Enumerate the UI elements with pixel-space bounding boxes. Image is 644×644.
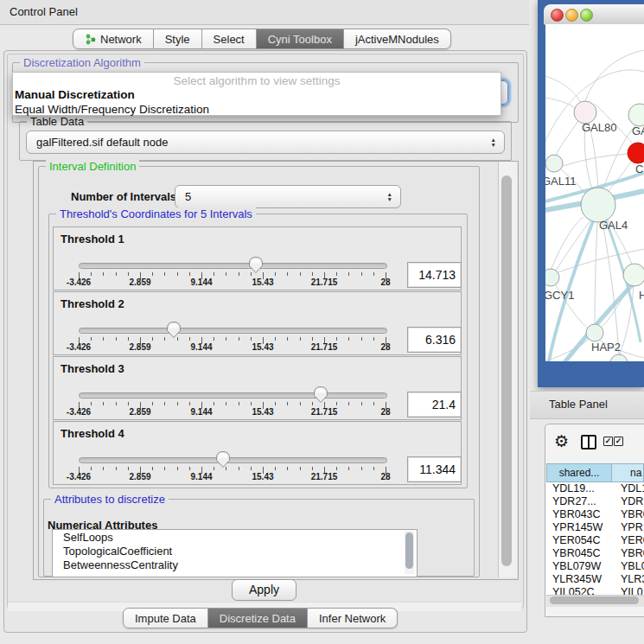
threshold-value-field[interactable]: 6.316 (407, 327, 462, 353)
tick-label: -3.426 (67, 277, 91, 287)
svg-text:GAL11: GAL11 (545, 175, 577, 188)
cell-name: YBR0 (618, 508, 644, 521)
tab-label: Select (214, 33, 245, 46)
svg-text:GCY1: GCY1 (545, 289, 574, 302)
cell-shared-name: YDL19... (546, 482, 618, 495)
slider-thumb[interactable] (165, 320, 182, 339)
table-row[interactable]: YBR045CYBR0 (546, 547, 644, 560)
cell-name: YBR0 (618, 547, 644, 560)
cell-name: YDL1 (618, 482, 644, 495)
checkbox-icon[interactable]: ✓ (603, 437, 613, 446)
control-panel-titlebar (0, 0, 529, 25)
network-canvas[interactable]: GAL80GACGAL11GAL4GCY1HHAP2 (545, 24, 644, 361)
slider-ticks (79, 272, 386, 280)
svg-text:C: C (635, 163, 643, 175)
network-icon (85, 34, 96, 45)
tick-label: 15.43 (252, 277, 273, 287)
tab-label: Infer Network (319, 612, 386, 625)
tick-label: 28 (380, 277, 390, 287)
table-panel-title: Table Panel (549, 398, 608, 411)
tab-jactivemnodules[interactable]: jActiveMNodules (344, 29, 451, 49)
table-row[interactable]: YDR27...YDR2 (546, 495, 644, 508)
cell-shared-name: YER054C (546, 534, 618, 547)
table-data-value: galFiltered.sif default node (27, 131, 504, 153)
threshold-value-field[interactable]: 11.344 (407, 456, 462, 482)
discretization-algorithm-label: Discretization Algorithm (20, 56, 144, 69)
threshold-panel-4: Threshold 4-3.4262.8599.14415.4321.71528… (53, 421, 462, 485)
svg-text:GA: GA (632, 124, 644, 137)
slider-track[interactable] (79, 457, 387, 463)
close-traffic-light-icon[interactable] (551, 9, 564, 22)
cell-name: YPR1 (618, 521, 644, 534)
number-of-intervals-value: 5 (175, 186, 400, 207)
tab-cyni-toolbox[interactable]: Cyni Toolbox (257, 29, 344, 49)
slider-track[interactable] (79, 263, 387, 269)
tick-label: -3.426 (67, 407, 91, 417)
table-row[interactable]: YBR043CYBR0 (546, 508, 644, 521)
column-header-name[interactable]: na (612, 463, 644, 482)
tick-label: -3.426 (67, 342, 91, 352)
table-data-combobox[interactable]: galFiltered.sif default node ▲▼ (26, 131, 505, 154)
tick-label: 28 (380, 407, 390, 417)
popup-item-manual-discretization[interactable]: Manual Discretization (13, 87, 501, 102)
table-row[interactable]: YER054CYER0 (546, 534, 644, 547)
svg-text:GAL4: GAL4 (599, 219, 628, 232)
numerical-attributes-list[interactable]: SelfLoopsTopologicalCoefficientBetweenne… (52, 529, 418, 577)
tab-label: Style (165, 33, 190, 46)
table-row[interactable]: YPR145WYPR1 (546, 521, 644, 534)
attribute-item-topologicalcoefficient[interactable]: TopologicalCoefficient (53, 544, 417, 558)
tab-label: Network (100, 33, 142, 46)
tick-label: -3.426 (67, 472, 91, 481)
tab-infer-network[interactable]: Infer Network (308, 608, 398, 628)
slider-thumb[interactable] (247, 255, 265, 274)
slider-track[interactable] (79, 328, 387, 334)
cell-name: YLR3 (618, 573, 644, 586)
column-view-icon[interactable] (581, 435, 596, 450)
tick-label: 21.715 (311, 277, 338, 287)
minimize-traffic-light-icon[interactable] (565, 9, 578, 22)
tab-impute-data[interactable]: Impute Data (123, 608, 208, 628)
zoom-traffic-light-icon[interactable] (580, 9, 593, 22)
tab-network[interactable]: Network (73, 29, 154, 49)
tick-label: 15.43 (252, 407, 273, 417)
tab-select[interactable]: Select (202, 29, 257, 49)
slider-track[interactable] (79, 392, 387, 399)
tick-label: 28 (380, 472, 390, 481)
vertical-scrollbar-thumb[interactable] (501, 175, 512, 566)
table-row[interactable]: YDL19...YDL1 (546, 482, 644, 495)
tick-label: 2.859 (129, 342, 150, 352)
cell-shared-name: YBR043C (546, 508, 618, 521)
apply-button[interactable]: Apply (232, 579, 296, 601)
tick-label: 9.144 (190, 407, 212, 417)
tab-label: Discretize Data (220, 612, 296, 625)
tick-label: 2.859 (129, 277, 150, 287)
attribute-item-betweennesscentrality[interactable]: BetweennessCentrality (53, 558, 417, 571)
threshold-value-field[interactable]: 21.4 (407, 392, 462, 418)
control-panel-title: Control Panel (10, 5, 78, 18)
table-row[interactable]: YLR345WYLR3 (546, 573, 644, 586)
tab-label: jActiveMNodules (355, 33, 439, 46)
popup-item-equal-width-frequency[interactable]: Equal Width/Frequency Discretization (13, 102, 501, 117)
tab-discretize-data[interactable]: Discretize Data (208, 608, 308, 628)
threshold-panel-2: Threshold 2-3.4262.8599.14415.4321.71528… (53, 291, 462, 355)
tick-label: 2.859 (129, 472, 150, 481)
threshold-value-field[interactable]: 14.713 (407, 262, 462, 288)
column-header-shared-name[interactable]: shared... (546, 463, 612, 482)
list-scrollbar-thumb[interactable] (405, 532, 413, 569)
settings-gear-icon[interactable]: ⚙ (554, 431, 569, 451)
network-window-titlebar[interactable] (544, 4, 644, 25)
horizontal-scrollbar-thumb[interactable] (550, 596, 639, 604)
attributes-group-label: Attributes to discretize (51, 493, 169, 506)
cell-name: YER0 (618, 534, 644, 547)
tab-style[interactable]: Style (154, 29, 202, 49)
number-of-intervals-label: Number of Intervals (71, 190, 176, 203)
number-of-intervals-spinner[interactable]: 5 ▲▼ (175, 185, 401, 208)
threshold-panel-3: Threshold 3-3.4262.8599.14415.4321.71528… (53, 356, 462, 420)
threshold-label: Threshold 3 (61, 362, 124, 375)
slider-thumb[interactable] (214, 450, 232, 469)
checkbox-icon[interactable]: ✓ (614, 437, 623, 446)
slider-thumb[interactable] (312, 385, 329, 404)
attribute-item-selfloops[interactable]: SelfLoops (53, 530, 417, 544)
tick-label: 21.715 (311, 342, 338, 352)
table-row[interactable]: YBL079WYBL0 (546, 560, 644, 573)
